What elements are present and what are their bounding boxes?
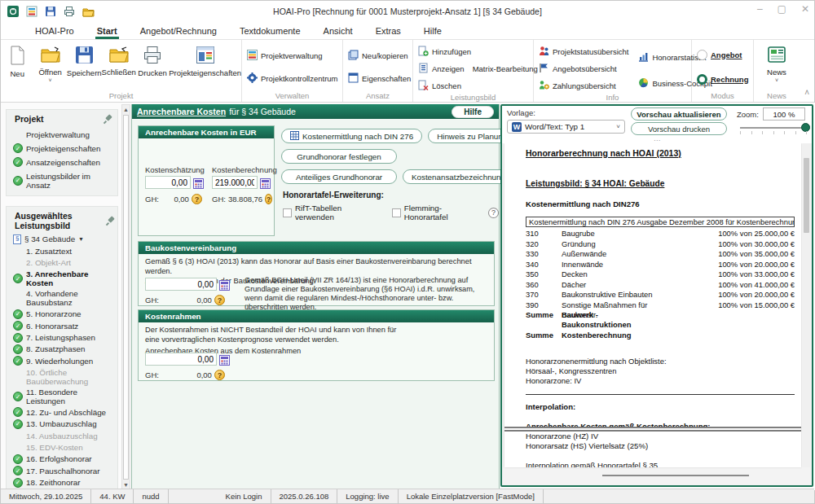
vorschau-drucken-button[interactable]: Vorschau drucken: [631, 122, 727, 135]
kostenschaetzung-input[interactable]: [145, 176, 191, 189]
sidebar-item-zusatzphasen[interactable]: ✓8. Zusatzphasen: [7, 344, 117, 355]
rift-checkbox[interactable]: [283, 208, 292, 217]
pin-icon[interactable]: [105, 216, 112, 226]
anzeigen-button[interactable]: Anzeigen: [418, 61, 465, 76]
preview-vertical-scrollbar[interactable]: [803, 143, 810, 467]
hinzufuegen-button[interactable]: Hinzufügen: [418, 44, 538, 59]
angebotsuebersicht-button[interactable]: Angebotsübersicht: [539, 61, 628, 76]
save-icon[interactable]: [45, 6, 56, 17]
close-button[interactable]: ✕: [801, 3, 809, 15]
sidebar-item-vorhandene-bausubstanz[interactable]: 4. Vorhandene Bausubstanz: [7, 288, 117, 308]
sidebar-item-zeithonorar[interactable]: ✓18. Zeithonorar: [7, 477, 117, 489]
kostenermittlung-din276-button[interactable]: Kostenermittlung nach DIN 276: [281, 129, 422, 143]
pin-icon[interactable]: [103, 114, 112, 124]
template-dropdown[interactable]: W Word/Text: Typ 1 ˅: [507, 120, 625, 134]
sidebar-scrollbar[interactable]: ▲ ▼: [121, 104, 130, 490]
calculator-icon[interactable]: [219, 354, 230, 365]
sidebar-item-honorarsatz[interactable]: ✓6. Honorarsatz: [7, 320, 117, 331]
vorschau-aktualisieren-button[interactable]: Vorschau aktualisieren: [631, 107, 727, 121]
scrollbar-thumb[interactable]: [804, 158, 809, 233]
preview-horizontal-scrollbar[interactable]: [504, 472, 801, 479]
schliessen-button[interactable]: Schließen: [102, 40, 136, 77]
sidebar-item-zusatztext[interactable]: 1. Zusatztext: [7, 245, 117, 256]
zahlungsuebersicht-button[interactable]: Zahlungsübersicht: [539, 78, 628, 93]
matrix-bearbeitung-button[interactable]: Matrix-Bearbeitung: [473, 61, 538, 76]
sidebar-item-leistungsphasen[interactable]: ✓7. Leistungsphasen: [7, 331, 117, 343]
help-question-icon[interactable]: ?: [214, 370, 225, 380]
section-title: Ausgewähltes Leistungsbild: [15, 211, 105, 230]
tab-textdokumente[interactable]: Textdokumente: [230, 24, 311, 39]
hilfe-button[interactable]: Hilfe: [452, 106, 494, 118]
sidebar-item-besondere-leistungen[interactable]: ✓11. Besondere Leistungen: [7, 387, 117, 406]
projekteigenschaften-button[interactable]: Projekteigenschaften: [169, 40, 241, 77]
neu-kopieren-button[interactable]: Neu/kopieren: [348, 48, 411, 63]
eigenschaften-button[interactable]: Eigenschaften: [348, 71, 411, 85]
scrollbar-thumb[interactable]: [123, 115, 129, 480]
sidebar-item-zu-und-abschlaege[interactable]: ✓12. Zu- und Abschläge: [7, 406, 117, 418]
print-icon[interactable]: [64, 6, 75, 17]
speichern-button[interactable]: Speichern: [67, 40, 102, 77]
kostenberechnung-input[interactable]: [212, 176, 258, 189]
drucken-button[interactable]: Drucken: [136, 40, 169, 77]
calculator-icon[interactable]: [193, 177, 204, 188]
projektverwaltung-icon[interactable]: [26, 6, 37, 17]
sidebar-item-ausbauzuschlag[interactable]: 14. Ausbauzuschlag: [7, 430, 117, 441]
gh-label: GH:: [145, 296, 159, 305]
tab-extras[interactable]: Extras: [366, 24, 411, 39]
anteiliges-grundhonorar-button[interactable]: Anteiliges Grundhonorar: [281, 169, 397, 184]
neu-button[interactable]: Neu: [1, 40, 33, 78]
preview-area: Honorarberechnung nach HOAI (2013) Leist…: [502, 143, 812, 485]
help-circle-icon[interactable]: ?: [488, 208, 499, 218]
grundhonorar-festlegen-button[interactable]: Grundhonorar festlegen: [281, 149, 397, 164]
tab-ansicht[interactable]: Ansicht: [314, 24, 363, 39]
table-row: 360Dächer100% von 41.000,00 €: [526, 280, 795, 291]
oeffnen-button[interactable]: Öffnen ˅: [33, 40, 66, 82]
sidebar-item-edv-kosten[interactable]: 15. EDV-Kosten: [7, 441, 117, 453]
table-row: 330Außenwände100% von 35.000,00 €: [526, 249, 795, 260]
tab-hilfe[interactable]: Hilfe: [414, 24, 452, 39]
sidebar-item-honorarzone[interactable]: ✓5. Honorarzone: [7, 309, 117, 320]
projektstatusuebersicht-button[interactable]: Projektstatusübersicht: [539, 44, 628, 59]
kostenrahmen-input[interactable]: [145, 353, 217, 366]
tafel-line: Interpolation gemäß Honorartafel § 35: [526, 461, 795, 467]
sidebar-item-ansatzeigenschaften[interactable]: ✓Ansatzeigenschaften: [7, 154, 117, 168]
table-row: 370Baukonstruktive Einbauten100% von 20.…: [526, 290, 795, 300]
zoom-slider[interactable]: [740, 127, 807, 129]
panel-title-suffix: für § 34 Gebäude: [229, 107, 296, 116]
scrollbar-thumb[interactable]: [602, 475, 749, 476]
minimize-button[interactable]: –: [757, 3, 763, 15]
sidebar-item-oertliche-bauueberwachung[interactable]: 10. Örtliche Bauüberwachung: [7, 367, 117, 387]
sidebar-item-leistungsbilder-im-ansatz[interactable]: ✓Leistungsbilder im Ansatz: [7, 169, 117, 191]
projektkontrollzentrum-button[interactable]: Projektkontrollzentrum: [247, 71, 338, 85]
loeschen-button[interactable]: Löschen: [418, 78, 538, 93]
collapse-ribbon-icon[interactable]: ˄: [804, 88, 809, 97]
tab-hoai-pro[interactable]: HOAI-Pro: [25, 24, 84, 39]
sidebar-item-anrechenbare-kosten[interactable]: ✓3. Anrechenbare Kosten: [7, 269, 117, 288]
sidebar-item-objekt-art[interactable]: 2. Objekt-Art: [7, 257, 117, 269]
calculator-icon[interactable]: [260, 177, 271, 188]
calculator-icon[interactable]: [219, 279, 230, 290]
offer-flag-icon: [539, 63, 549, 75]
help-question-icon[interactable]: ?: [265, 194, 272, 204]
news-button[interactable]: News ˅: [758, 40, 796, 82]
help-question-icon[interactable]: ?: [214, 295, 225, 305]
sidebar-item-wiederholungen[interactable]: ✓9. Wiederholungen: [7, 355, 117, 366]
zoom-value[interactable]: 100 %: [763, 107, 805, 121]
scroll-up-icon[interactable]: ▲: [122, 105, 130, 114]
tab-start[interactable]: Start: [87, 24, 127, 39]
sidebar-item-pauschalhonorar[interactable]: ✓17. Pauschalhonorar: [7, 465, 117, 476]
tab-angebot-rechnung[interactable]: Angebot/Rechnung: [130, 24, 227, 39]
sidebar-item-projektverwaltung[interactable]: Projektverwaltung: [7, 127, 117, 140]
bkv-input[interactable]: [145, 278, 217, 291]
sidebar-item-umbauzuschlag[interactable]: ✓13. Umbauzuschlag: [7, 419, 117, 430]
projektverwaltung-button[interactable]: Projektverwaltung: [247, 48, 338, 63]
modus-angebot-radio[interactable]: Angebot: [697, 47, 748, 62]
sidebar-item-34-gebaeude[interactable]: § 34 Gebäude▼: [7, 234, 117, 245]
maximize-button[interactable]: ▢: [778, 3, 786, 15]
flemming-checkbox[interactable]: [392, 208, 401, 217]
sidebar-item-erfolgshonorar[interactable]: ✓16. Erfolgshonorar: [7, 454, 117, 465]
modus-rechnung-radio[interactable]: Rechnung: [697, 72, 748, 86]
open-folder-icon[interactable]: [82, 7, 95, 17]
sidebar-item-projekteigenschaften[interactable]: ✓Projekteigenschaften: [7, 140, 117, 154]
help-question-icon[interactable]: ?: [192, 194, 202, 204]
